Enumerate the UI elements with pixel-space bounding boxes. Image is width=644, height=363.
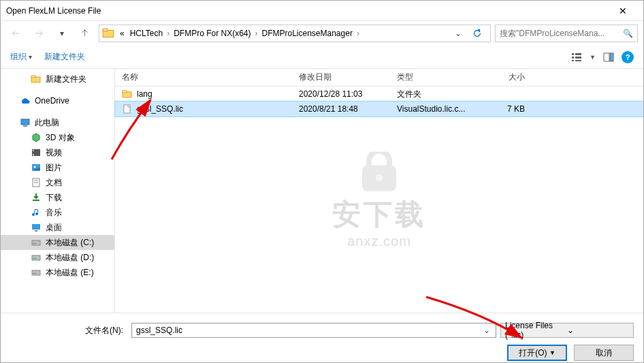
search-input[interactable]: 🔍	[495, 25, 638, 42]
chevron-right-icon[interactable]: ›	[165, 29, 171, 38]
svg-rect-33	[362, 165, 396, 191]
column-name[interactable]: 名称	[115, 72, 292, 83]
sidebar-item-label: 本地磁盘 (E:)	[46, 267, 94, 279]
folder-icon	[31, 74, 42, 84]
svg-rect-12	[21, 119, 29, 125]
view-details-icon[interactable]	[570, 51, 583, 63]
file-type: 文件夹	[390, 89, 477, 100]
svg-rect-31	[123, 91, 127, 93]
column-size[interactable]: 大小	[477, 72, 538, 83]
sidebar-item[interactable]: 下载	[1, 190, 114, 205]
disk-icon	[31, 237, 42, 248]
toolbar: 组织 新建文件夹 ▼ ?	[1, 46, 643, 69]
filter-label: License Files (*.lic)	[505, 321, 567, 340]
sidebar-item-label: 此电脑	[35, 117, 59, 129]
cancel-button[interactable]: 取消	[574, 345, 634, 361]
svg-rect-16	[33, 154, 34, 155]
column-type[interactable]: 类型	[390, 72, 477, 83]
filetype-filter[interactable]: License Files (*.lic) ⌄	[500, 323, 634, 338]
column-date[interactable]: 修改日期	[292, 72, 390, 83]
svg-rect-5	[575, 53, 581, 55]
recent-locations-dropdown[interactable]: ▾	[52, 25, 71, 42]
sidebar-item-label: 图片	[46, 162, 62, 174]
pc-icon	[20, 117, 31, 128]
preview-pane-icon[interactable]	[602, 51, 615, 63]
image-icon	[31, 162, 42, 173]
file-name: gssl_SSQ.lic	[137, 104, 183, 114]
folder-icon	[122, 89, 133, 99]
refresh-button[interactable]	[467, 29, 487, 38]
svg-rect-2	[572, 53, 574, 55]
sidebar-item-label: 新建文件夹	[46, 74, 86, 85]
watermark: 安下载 anxz.com	[332, 152, 426, 249]
chevron-right-icon[interactable]: ›	[254, 29, 259, 38]
svg-rect-8	[604, 53, 609, 61]
sidebar-item[interactable]: 文档	[1, 175, 114, 190]
folder-icon	[102, 27, 114, 40]
svg-rect-6	[575, 57, 581, 59]
svg-rect-29	[33, 273, 37, 274]
filename-input[interactable]: ⌄	[131, 323, 496, 338]
help-icon[interactable]: ?	[622, 51, 634, 63]
filename-field[interactable]	[136, 326, 483, 335]
svg-rect-3	[572, 57, 574, 59]
sidebar-item[interactable]: 音乐	[1, 205, 114, 220]
sidebar-item[interactable]: 本地磁盘 (C:)	[1, 235, 114, 250]
disk-icon	[31, 267, 42, 278]
breadcrumb-prefix[interactable]: «	[117, 26, 127, 41]
download-icon	[31, 192, 42, 203]
sidebar-item[interactable]: 3D 对象	[1, 130, 114, 145]
back-button[interactable]: 🡠	[6, 25, 25, 42]
search-icon: 🔍	[623, 29, 633, 38]
sidebar-item[interactable]: 本地磁盘 (E:)	[1, 265, 114, 280]
close-button[interactable]: ✕	[607, 5, 638, 16]
svg-rect-28	[32, 270, 40, 275]
new-folder-button[interactable]: 新建文件夹	[44, 51, 85, 63]
disk-icon	[31, 252, 42, 263]
file-icon	[122, 104, 133, 114]
desktop-icon	[31, 222, 42, 233]
svg-rect-26	[32, 255, 40, 260]
up-button[interactable]: 🡡	[76, 25, 95, 42]
address-bar: 🡠 🡢 ▾ 🡡 « HCLTech › DFMPro For NX(x64) ›…	[1, 21, 643, 46]
svg-rect-4	[572, 60, 574, 61]
svg-point-34	[376, 174, 383, 181]
breadcrumb-item[interactable]: DFMProLicenseManager	[259, 26, 355, 41]
chevron-right-icon[interactable]: ›	[355, 29, 361, 38]
sidebar-item[interactable]: 本地磁盘 (D:)	[1, 250, 114, 265]
breadcrumb-item[interactable]: DFMPro For NX(x64)	[171, 26, 253, 41]
file-row[interactable]: gssl_SSQ.lic2020/8/21 18:48VisualStudio.…	[115, 101, 643, 116]
file-list: 名称 修改日期 类型 大小 lang2020/12/28 11:03文件夹gss…	[115, 69, 643, 313]
file-row[interactable]: lang2020/12/28 11:03文件夹	[115, 86, 643, 101]
sidebar-item-label: 视频	[46, 147, 62, 159]
sidebar-item[interactable]: OneDrive	[1, 93, 114, 108]
sidebar-item[interactable]: 新建文件夹	[1, 72, 114, 86]
breadcrumb-item[interactable]: HCLTech	[127, 26, 165, 41]
video-icon	[31, 147, 42, 158]
sidebar-item[interactable]: 视频	[1, 145, 114, 160]
forward-button[interactable]: 🡢	[29, 25, 48, 42]
view-dropdown[interactable]: ▼	[590, 54, 596, 61]
sidebar-item[interactable]: 桌面	[1, 220, 114, 235]
filename-dropdown[interactable]: ⌄	[483, 326, 492, 335]
open-button-dropdown-icon[interactable]: ▼	[549, 349, 556, 356]
sidebar-item[interactable]: 图片	[1, 160, 114, 175]
sidebar-item-label: 音乐	[46, 207, 62, 219]
open-button[interactable]: 打开(O) ▼	[507, 345, 567, 361]
svg-rect-15	[33, 150, 34, 151]
organize-menu[interactable]: 组织	[10, 51, 32, 63]
svg-rect-27	[33, 258, 37, 259]
search-field[interactable]	[500, 29, 620, 38]
breadcrumb[interactable]: « HCLTech › DFMPro For NX(x64) › DFMProL…	[99, 25, 491, 42]
sidebar-item[interactable]: 此电脑	[1, 115, 114, 130]
svg-rect-11	[31, 76, 35, 78]
file-type: VisualStudio.lic.c...	[390, 104, 477, 114]
doc-icon	[31, 177, 42, 188]
sidebar: 新建文件夹OneDrive此电脑3D 对象视频图片文档下载音乐桌面本地磁盘 (C…	[1, 69, 115, 313]
cloud-icon	[20, 95, 31, 106]
sidebar-item-label: 桌面	[46, 222, 62, 234]
svg-rect-24	[32, 240, 40, 245]
svg-rect-25	[33, 243, 37, 244]
breadcrumb-history-dropdown[interactable]: ⌄	[449, 29, 467, 38]
file-date: 2020/12/28 11:03	[292, 89, 390, 99]
